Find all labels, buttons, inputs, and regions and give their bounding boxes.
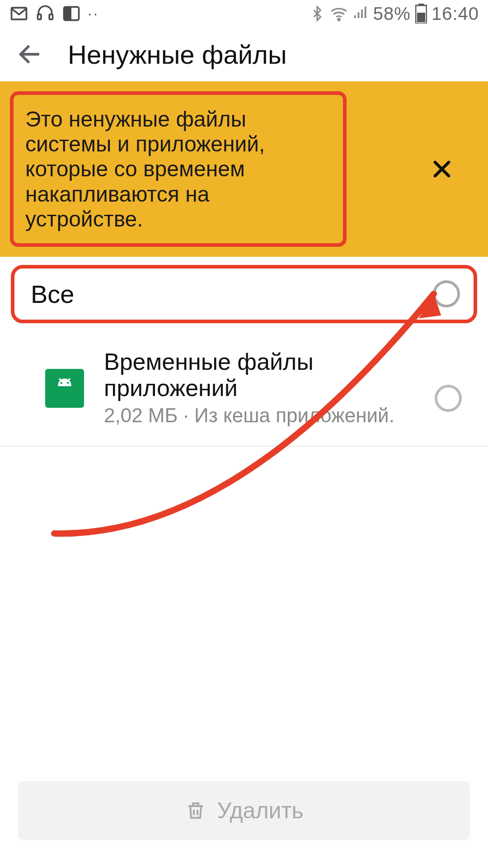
banner-highlight: Это ненужные файлы системы и приложений,… bbox=[10, 91, 347, 247]
list-item[interactable]: Временные файлы приложений 2,02 МБ · Из … bbox=[0, 335, 488, 447]
item-radio[interactable] bbox=[435, 385, 462, 412]
signal-icon bbox=[352, 5, 369, 22]
svg-point-5 bbox=[338, 19, 340, 20]
file-list: Временные файлы приложений 2,02 МБ · Из … bbox=[0, 335, 488, 447]
trash-icon bbox=[185, 800, 206, 821]
svg-line-15 bbox=[68, 378, 70, 381]
status-right: 58% 16:40 bbox=[309, 4, 479, 24]
info-banner: Это ненужные файлы системы и приложений,… bbox=[0, 81, 488, 257]
wifi-icon bbox=[330, 5, 348, 23]
select-all-row[interactable]: Все bbox=[11, 265, 477, 323]
status-bar: ·· 58% 16:40 bbox=[0, 0, 488, 27]
svg-point-12 bbox=[61, 382, 62, 383]
svg-rect-4 bbox=[64, 7, 72, 20]
svg-rect-8 bbox=[417, 13, 425, 22]
page-title: Ненужные файлы bbox=[68, 39, 287, 70]
headset-icon bbox=[35, 4, 55, 24]
close-icon bbox=[430, 157, 454, 181]
item-title: Временные файлы приложений bbox=[104, 349, 426, 401]
item-text: Временные файлы приложений 2,02 МБ · Из … bbox=[84, 349, 435, 428]
arrow-left-icon bbox=[16, 41, 42, 67]
svg-line-14 bbox=[59, 378, 61, 381]
banner-text: Это ненужные файлы системы и приложений,… bbox=[25, 107, 331, 231]
svg-rect-1 bbox=[38, 14, 41, 19]
battery-percent: 58% bbox=[373, 4, 411, 24]
select-all-radio[interactable] bbox=[433, 280, 460, 307]
delete-button[interactable]: Удалить bbox=[18, 781, 470, 840]
battery-icon bbox=[415, 4, 427, 24]
tab-icon bbox=[61, 4, 81, 24]
mail-icon bbox=[9, 4, 29, 24]
bottom-bar: Удалить bbox=[0, 764, 488, 868]
item-subtitle: 2,02 МБ · Из кеша приложений. bbox=[104, 404, 426, 428]
back-button[interactable] bbox=[14, 38, 45, 70]
select-all-label: Все bbox=[31, 279, 75, 309]
delete-label: Удалить bbox=[217, 797, 304, 824]
clock-text: 16:40 bbox=[432, 4, 479, 24]
svg-point-13 bbox=[67, 382, 69, 383]
bluetooth-icon bbox=[309, 5, 325, 22]
svg-rect-2 bbox=[49, 14, 52, 19]
banner-close-button[interactable] bbox=[427, 155, 456, 184]
android-icon bbox=[45, 369, 84, 408]
status-left-icons: ·· bbox=[9, 4, 99, 24]
app-bar: Ненужные файлы bbox=[0, 27, 488, 81]
more-icon: ·· bbox=[88, 5, 99, 22]
